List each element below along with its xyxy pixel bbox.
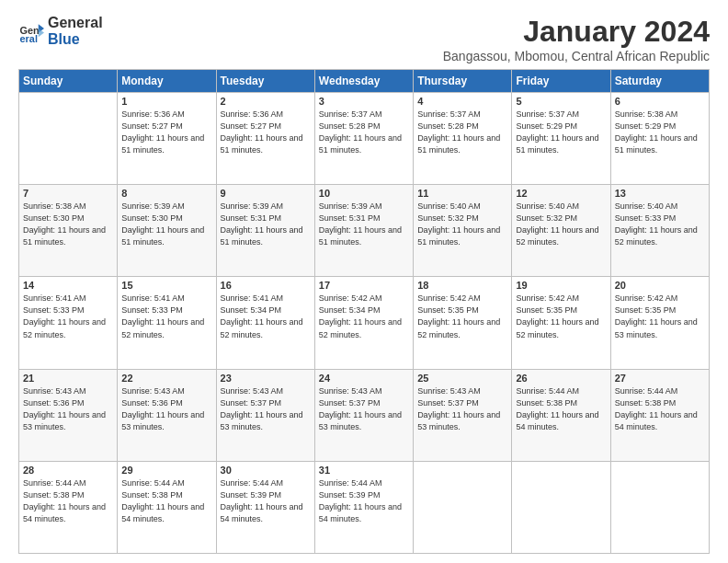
calendar-week-row: 14Sunrise: 5:41 AMSunset: 5:33 PMDayligh… <box>19 277 710 369</box>
day-info: Sunrise: 5:44 AMSunset: 5:39 PMDaylight:… <box>319 477 409 525</box>
day-info: Sunrise: 5:43 AMSunset: 5:37 PMDaylight:… <box>417 385 507 433</box>
day-number: 23 <box>221 373 311 384</box>
day-info: Sunrise: 5:43 AMSunset: 5:37 PMDaylight:… <box>221 385 311 433</box>
day-info: Sunrise: 5:43 AMSunset: 5:36 PMDaylight:… <box>121 385 211 433</box>
day-number: 7 <box>23 188 113 199</box>
day-info: Sunrise: 5:42 AMSunset: 5:35 PMDaylight:… <box>417 293 507 340</box>
day-info: Sunrise: 5:37 AMSunset: 5:28 PMDaylight:… <box>417 109 507 156</box>
col-monday: Monday <box>118 70 216 93</box>
table-row: 31Sunrise: 5:44 AMSunset: 5:39 PMDayligh… <box>314 461 413 553</box>
day-info: Sunrise: 5:43 AMSunset: 5:36 PMDaylight:… <box>23 385 113 433</box>
day-info: Sunrise: 5:41 AMSunset: 5:33 PMDaylight:… <box>23 293 113 340</box>
table-row: 17Sunrise: 5:42 AMSunset: 5:34 PMDayligh… <box>314 277 413 369</box>
col-thursday: Thursday <box>414 70 512 93</box>
day-info: Sunrise: 5:42 AMSunset: 5:35 PMDaylight:… <box>516 293 606 340</box>
day-info: Sunrise: 5:44 AMSunset: 5:38 PMDaylight:… <box>23 477 113 525</box>
day-info: Sunrise: 5:39 AMSunset: 5:31 PMDaylight:… <box>319 201 409 248</box>
day-number: 3 <box>319 96 409 107</box>
table-row: 2Sunrise: 5:36 AMSunset: 5:27 PMDaylight… <box>216 93 314 185</box>
day-number: 17 <box>319 280 409 291</box>
col-wednesday: Wednesday <box>314 70 413 93</box>
day-info: Sunrise: 5:42 AMSunset: 5:34 PMDaylight:… <box>319 293 409 340</box>
day-info: Sunrise: 5:44 AMSunset: 5:38 PMDaylight:… <box>516 385 606 433</box>
day-number: 24 <box>319 373 409 384</box>
logo: Gen eral General Blue <box>18 15 103 47</box>
day-number: 28 <box>23 465 113 476</box>
day-number: 5 <box>516 96 606 107</box>
table-row: 30Sunrise: 5:44 AMSunset: 5:39 PMDayligh… <box>216 461 314 553</box>
table-row: 3Sunrise: 5:37 AMSunset: 5:28 PMDaylight… <box>314 93 413 185</box>
table-row: 9Sunrise: 5:39 AMSunset: 5:31 PMDaylight… <box>216 185 314 277</box>
logo-line2: Blue <box>48 31 103 48</box>
day-number: 26 <box>516 373 606 384</box>
page: Gen eral General Blue January 2024 Banga… <box>0 0 728 563</box>
day-number: 30 <box>221 465 311 476</box>
day-number: 27 <box>615 373 705 384</box>
table-row: 15Sunrise: 5:41 AMSunset: 5:33 PMDayligh… <box>118 277 216 369</box>
col-saturday: Saturday <box>610 70 709 93</box>
table-row: 26Sunrise: 5:44 AMSunset: 5:38 PMDayligh… <box>512 369 610 461</box>
logo-line1: General <box>48 15 103 31</box>
day-number: 19 <box>516 280 606 291</box>
day-info: Sunrise: 5:42 AMSunset: 5:35 PMDaylight:… <box>615 293 705 340</box>
day-number: 31 <box>319 465 409 476</box>
day-number: 14 <box>23 280 113 291</box>
table-row: 21Sunrise: 5:43 AMSunset: 5:36 PMDayligh… <box>19 369 118 461</box>
col-friday: Friday <box>512 70 610 93</box>
day-info: Sunrise: 5:36 AMSunset: 5:27 PMDaylight:… <box>121 109 211 156</box>
day-number: 12 <box>516 188 606 199</box>
day-number: 1 <box>121 96 211 107</box>
calendar-week-row: 7Sunrise: 5:38 AMSunset: 5:30 PMDaylight… <box>19 185 710 277</box>
table-row: 6Sunrise: 5:38 AMSunset: 5:29 PMDaylight… <box>610 93 709 185</box>
day-info: Sunrise: 5:44 AMSunset: 5:39 PMDaylight:… <box>221 477 311 525</box>
table-row: 12Sunrise: 5:40 AMSunset: 5:32 PMDayligh… <box>512 185 610 277</box>
table-row: 4Sunrise: 5:37 AMSunset: 5:28 PMDaylight… <box>414 93 512 185</box>
header: Gen eral General Blue January 2024 Banga… <box>18 15 710 63</box>
day-info: Sunrise: 5:41 AMSunset: 5:33 PMDaylight:… <box>121 293 211 340</box>
table-row: 8Sunrise: 5:39 AMSunset: 5:30 PMDaylight… <box>118 185 216 277</box>
table-row: 14Sunrise: 5:41 AMSunset: 5:33 PMDayligh… <box>19 277 118 369</box>
table-row <box>512 461 610 553</box>
day-number: 20 <box>615 280 705 291</box>
day-number: 22 <box>121 373 211 384</box>
table-row: 7Sunrise: 5:38 AMSunset: 5:30 PMDaylight… <box>19 185 118 277</box>
day-info: Sunrise: 5:39 AMSunset: 5:30 PMDaylight:… <box>121 201 211 248</box>
table-row: 13Sunrise: 5:40 AMSunset: 5:33 PMDayligh… <box>610 185 709 277</box>
day-info: Sunrise: 5:37 AMSunset: 5:29 PMDaylight:… <box>516 109 606 156</box>
day-number: 15 <box>121 280 211 291</box>
day-number: 10 <box>319 188 409 199</box>
table-row: 19Sunrise: 5:42 AMSunset: 5:35 PMDayligh… <box>512 277 610 369</box>
day-number: 18 <box>417 280 507 291</box>
day-info: Sunrise: 5:37 AMSunset: 5:28 PMDaylight:… <box>319 109 409 156</box>
day-number: 2 <box>221 96 311 107</box>
day-number: 8 <box>121 188 211 199</box>
day-info: Sunrise: 5:36 AMSunset: 5:27 PMDaylight:… <box>221 109 311 156</box>
table-row: 24Sunrise: 5:43 AMSunset: 5:37 PMDayligh… <box>314 369 413 461</box>
calendar-week-row: 21Sunrise: 5:43 AMSunset: 5:36 PMDayligh… <box>19 369 710 461</box>
table-row: 22Sunrise: 5:43 AMSunset: 5:36 PMDayligh… <box>118 369 216 461</box>
table-row: 16Sunrise: 5:41 AMSunset: 5:34 PMDayligh… <box>216 277 314 369</box>
table-row: 20Sunrise: 5:42 AMSunset: 5:35 PMDayligh… <box>610 277 709 369</box>
day-number: 13 <box>615 188 705 199</box>
calendar-week-row: 1Sunrise: 5:36 AMSunset: 5:27 PMDaylight… <box>19 93 710 185</box>
day-number: 9 <box>221 188 311 199</box>
day-number: 29 <box>121 465 211 476</box>
calendar-week-row: 28Sunrise: 5:44 AMSunset: 5:38 PMDayligh… <box>19 461 710 553</box>
table-row <box>414 461 512 553</box>
svg-text:eral: eral <box>20 33 38 44</box>
table-row: 27Sunrise: 5:44 AMSunset: 5:38 PMDayligh… <box>610 369 709 461</box>
day-info: Sunrise: 5:39 AMSunset: 5:31 PMDaylight:… <box>221 201 311 248</box>
day-info: Sunrise: 5:38 AMSunset: 5:29 PMDaylight:… <box>615 109 705 156</box>
location-title: Bangassou, Mbomou, Central African Repub… <box>443 49 710 63</box>
title-section: January 2024 Bangassou, Mbomou, Central … <box>443 15 710 63</box>
table-row: 10Sunrise: 5:39 AMSunset: 5:31 PMDayligh… <box>314 185 413 277</box>
day-number: 4 <box>417 96 507 107</box>
col-sunday: Sunday <box>19 70 118 93</box>
table-row: 18Sunrise: 5:42 AMSunset: 5:35 PMDayligh… <box>414 277 512 369</box>
table-row: 25Sunrise: 5:43 AMSunset: 5:37 PMDayligh… <box>414 369 512 461</box>
col-tuesday: Tuesday <box>216 70 314 93</box>
table-row: 5Sunrise: 5:37 AMSunset: 5:29 PMDaylight… <box>512 93 610 185</box>
day-info: Sunrise: 5:43 AMSunset: 5:37 PMDaylight:… <box>319 385 409 433</box>
month-title: January 2024 <box>443 15 710 49</box>
table-row: 23Sunrise: 5:43 AMSunset: 5:37 PMDayligh… <box>216 369 314 461</box>
